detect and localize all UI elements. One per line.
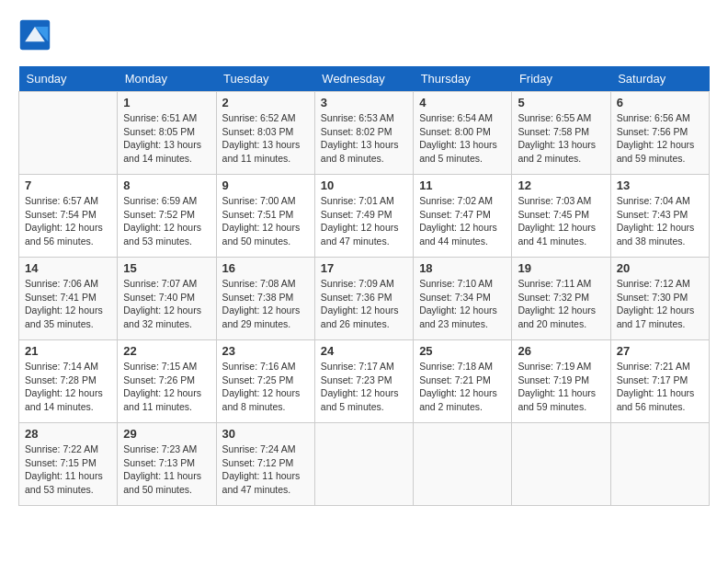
calendar-cell: 9Sunrise: 7:00 AM Sunset: 7:51 PM Daylig…: [216, 175, 314, 258]
day-number: 8: [123, 178, 210, 192]
week-row-1: 1Sunrise: 6:51 AM Sunset: 8:05 PM Daylig…: [19, 92, 710, 175]
calendar-cell: 4Sunrise: 6:54 AM Sunset: 8:00 PM Daylig…: [414, 92, 512, 175]
day-number: 4: [419, 96, 506, 109]
day-number: 28: [25, 427, 111, 441]
calendar-cell: [414, 423, 512, 506]
calendar-cell: 26Sunrise: 7:19 AM Sunset: 7:19 PM Dayli…: [512, 340, 610, 423]
calendar-cell: 27Sunrise: 7:21 AM Sunset: 7:17 PM Dayli…: [610, 340, 709, 423]
day-info: Sunrise: 7:09 AM Sunset: 7:36 PM Dayligh…: [321, 277, 407, 331]
day-number: 24: [321, 344, 407, 358]
day-info: Sunrise: 7:15 AM Sunset: 7:26 PM Dayligh…: [123, 360, 210, 414]
calendar-cell: 22Sunrise: 7:15 AM Sunset: 7:26 PM Dayli…: [118, 340, 216, 423]
week-row-4: 21Sunrise: 7:14 AM Sunset: 7:28 PM Dayli…: [19, 340, 710, 423]
day-info: Sunrise: 7:18 AM Sunset: 7:21 PM Dayligh…: [419, 360, 506, 414]
day-info: Sunrise: 6:56 AM Sunset: 7:56 PM Dayligh…: [617, 111, 703, 166]
day-number: 11: [419, 178, 506, 192]
day-number: 25: [419, 344, 506, 358]
calendar-cell: 17Sunrise: 7:09 AM Sunset: 7:36 PM Dayli…: [314, 258, 413, 340]
day-number: 30: [222, 427, 309, 441]
week-row-2: 7Sunrise: 6:57 AM Sunset: 7:54 PM Daylig…: [19, 175, 710, 258]
day-number: 13: [617, 178, 703, 192]
day-info: Sunrise: 7:11 AM Sunset: 7:32 PM Dayligh…: [518, 277, 604, 331]
day-info: Sunrise: 7:17 AM Sunset: 7:23 PM Dayligh…: [321, 360, 407, 414]
weekday-header-friday: Friday: [512, 66, 610, 92]
day-info: Sunrise: 7:19 AM Sunset: 7:19 PM Dayligh…: [518, 360, 604, 414]
day-info: Sunrise: 7:01 AM Sunset: 7:49 PM Dayligh…: [321, 194, 407, 248]
calendar-table: SundayMondayTuesdayWednesdayThursdayFrid…: [18, 66, 710, 506]
day-info: Sunrise: 6:57 AM Sunset: 7:54 PM Dayligh…: [25, 194, 111, 248]
day-number: 3: [321, 96, 407, 109]
calendar-cell: 18Sunrise: 7:10 AM Sunset: 7:34 PM Dayli…: [414, 258, 512, 340]
calendar-cell: 7Sunrise: 6:57 AM Sunset: 7:54 PM Daylig…: [19, 175, 118, 258]
day-info: Sunrise: 7:24 AM Sunset: 7:12 PM Dayligh…: [222, 442, 309, 497]
day-info: Sunrise: 6:55 AM Sunset: 7:58 PM Dayligh…: [518, 111, 604, 166]
calendar-cell: 13Sunrise: 7:04 AM Sunset: 7:43 PM Dayli…: [610, 175, 709, 258]
calendar-cell: 19Sunrise: 7:11 AM Sunset: 7:32 PM Dayli…: [512, 258, 610, 340]
day-number: 12: [518, 178, 604, 192]
calendar-cell: 30Sunrise: 7:24 AM Sunset: 7:12 PM Dayli…: [216, 423, 314, 506]
calendar-cell: 20Sunrise: 7:12 AM Sunset: 7:30 PM Dayli…: [610, 258, 709, 340]
day-number: 27: [617, 344, 703, 358]
day-info: Sunrise: 6:53 AM Sunset: 8:02 PM Dayligh…: [321, 111, 407, 166]
week-row-5: 28Sunrise: 7:22 AM Sunset: 7:15 PM Dayli…: [19, 423, 710, 506]
week-row-3: 14Sunrise: 7:06 AM Sunset: 7:41 PM Dayli…: [19, 258, 710, 340]
day-info: Sunrise: 7:06 AM Sunset: 7:41 PM Dayligh…: [25, 277, 111, 331]
calendar-cell: 8Sunrise: 6:59 AM Sunset: 7:52 PM Daylig…: [118, 175, 216, 258]
calendar-cell: 16Sunrise: 7:08 AM Sunset: 7:38 PM Dayli…: [216, 258, 314, 340]
calendar-cell: 24Sunrise: 7:17 AM Sunset: 7:23 PM Dayli…: [314, 340, 413, 423]
day-info: Sunrise: 6:54 AM Sunset: 8:00 PM Dayligh…: [419, 111, 506, 166]
day-number: 16: [222, 261, 309, 275]
calendar-cell: 5Sunrise: 6:55 AM Sunset: 7:58 PM Daylig…: [512, 92, 610, 175]
day-info: Sunrise: 7:08 AM Sunset: 7:38 PM Dayligh…: [222, 277, 309, 331]
logo: [18, 18, 55, 52]
calendar-cell: 1Sunrise: 6:51 AM Sunset: 8:05 PM Daylig…: [118, 92, 216, 175]
calendar-cell: 10Sunrise: 7:01 AM Sunset: 7:49 PM Dayli…: [314, 175, 413, 258]
day-info: Sunrise: 7:16 AM Sunset: 7:25 PM Dayligh…: [222, 360, 309, 414]
day-number: 2: [222, 96, 309, 109]
day-info: Sunrise: 7:07 AM Sunset: 7:40 PM Dayligh…: [123, 277, 210, 331]
calendar-cell: 11Sunrise: 7:02 AM Sunset: 7:47 PM Dayli…: [414, 175, 512, 258]
day-info: Sunrise: 6:59 AM Sunset: 7:52 PM Dayligh…: [123, 194, 210, 248]
weekday-header-thursday: Thursday: [414, 66, 512, 92]
day-info: Sunrise: 7:03 AM Sunset: 7:45 PM Dayligh…: [518, 194, 604, 248]
weekday-header-wednesday: Wednesday: [314, 66, 413, 92]
day-number: 9: [222, 178, 309, 192]
day-info: Sunrise: 7:12 AM Sunset: 7:30 PM Dayligh…: [617, 277, 703, 331]
day-number: 1: [123, 96, 210, 109]
weekday-header-saturday: Saturday: [610, 66, 709, 92]
page-header: [18, 18, 710, 52]
day-number: 22: [123, 344, 210, 358]
day-info: Sunrise: 7:22 AM Sunset: 7:15 PM Dayligh…: [25, 442, 111, 497]
day-info: Sunrise: 6:51 AM Sunset: 8:05 PM Dayligh…: [123, 111, 210, 166]
day-number: 10: [321, 178, 407, 192]
day-number: 15: [123, 261, 210, 275]
day-number: 17: [321, 261, 407, 275]
calendar-cell: [512, 423, 610, 506]
day-number: 26: [518, 344, 604, 358]
day-number: 14: [25, 261, 111, 275]
calendar-cell: 3Sunrise: 6:53 AM Sunset: 8:02 PM Daylig…: [314, 92, 413, 175]
logo-icon: [18, 18, 51, 52]
day-number: 20: [617, 261, 703, 275]
calendar-cell: 6Sunrise: 6:56 AM Sunset: 7:56 PM Daylig…: [610, 92, 709, 175]
calendar-cell: 12Sunrise: 7:03 AM Sunset: 7:45 PM Dayli…: [512, 175, 610, 258]
day-number: 19: [518, 261, 604, 275]
calendar-cell: 23Sunrise: 7:16 AM Sunset: 7:25 PM Dayli…: [216, 340, 314, 423]
day-number: 18: [419, 261, 506, 275]
day-number: 7: [25, 178, 111, 192]
day-info: Sunrise: 7:23 AM Sunset: 7:13 PM Dayligh…: [123, 442, 210, 497]
day-info: Sunrise: 6:52 AM Sunset: 8:03 PM Dayligh…: [222, 111, 309, 166]
calendar-cell: 14Sunrise: 7:06 AM Sunset: 7:41 PM Dayli…: [19, 258, 118, 340]
calendar-cell: 2Sunrise: 6:52 AM Sunset: 8:03 PM Daylig…: [216, 92, 314, 175]
day-info: Sunrise: 7:21 AM Sunset: 7:17 PM Dayligh…: [617, 360, 703, 414]
calendar-cell: 28Sunrise: 7:22 AM Sunset: 7:15 PM Dayli…: [19, 423, 118, 506]
weekday-header-tuesday: Tuesday: [216, 66, 314, 92]
calendar-cell: [610, 423, 709, 506]
day-info: Sunrise: 7:02 AM Sunset: 7:47 PM Dayligh…: [419, 194, 506, 248]
weekday-header-sunday: Sunday: [19, 66, 118, 92]
day-number: 29: [123, 427, 210, 441]
day-number: 5: [518, 96, 604, 109]
weekday-header-row: SundayMondayTuesdayWednesdayThursdayFrid…: [19, 66, 710, 92]
calendar-cell: 21Sunrise: 7:14 AM Sunset: 7:28 PM Dayli…: [19, 340, 118, 423]
calendar-cell: 15Sunrise: 7:07 AM Sunset: 7:40 PM Dayli…: [118, 258, 216, 340]
